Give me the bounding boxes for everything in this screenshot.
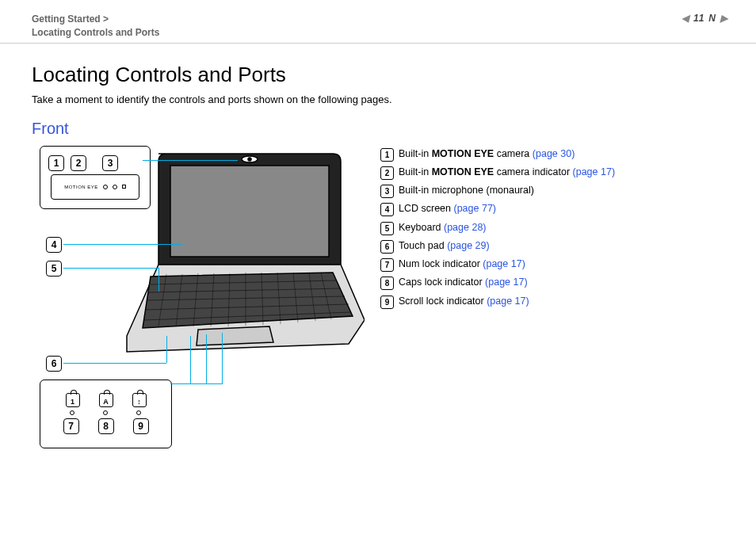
svg-rect-0 [170,166,329,257]
legend-text: Built-in MOTION EYE camera (page 30) [399,146,575,162]
lock-icons-row: 1 A ↕ [66,393,147,407]
leader-5a [63,268,158,269]
legend-item: 6Touch pad (page 29) [380,238,615,254]
legend-bold-term: MOTION EYE [432,148,494,159]
caps-lock-icon: A [99,393,113,407]
callout-label-7: 7 [63,418,79,434]
page-title: Locating Controls and Ports [32,63,724,87]
breadcrumb: Getting Started > Locating Controls and … [32,13,159,40]
callout-label-9: 9 [133,418,149,434]
legend-item: 4LCD screen (page 77) [380,200,615,217]
legend-number: 6 [380,240,394,254]
callout-label-3: 3 [102,155,118,171]
callout-label-6: 6 [46,356,62,372]
page-reference-link[interactable]: (page 28) [444,222,487,233]
legend-number: 4 [380,203,394,216]
legend-text: Caps lock indicator (page 17) [399,274,528,291]
svg-point-2 [248,158,251,161]
legend-number: 3 [380,185,394,198]
page-reference-link[interactable]: (page 17) [487,296,529,307]
legend-number: 5 [380,222,394,235]
breadcrumb-line-2: Locating Controls and Ports [32,26,159,40]
next-page-letter[interactable]: N [708,13,716,24]
page-number-area: ◀ 11 N ▶ [682,13,727,24]
camera-led-icon [113,185,117,189]
leader-6a [63,363,166,364]
breadcrumb-line-1: Getting Started > [32,13,159,26]
legend-bold-term: MOTION EYE [432,166,494,177]
legend-number: 8 [380,277,394,290]
leader-4 [63,244,182,245]
page-reference-link[interactable]: (page 29) [447,240,490,251]
legend-number: 7 [380,258,394,272]
leader-bottom-a [190,336,191,383]
section-heading: Front [32,120,724,138]
legend-text: LCD screen (page 77) [399,200,496,217]
laptop-diagram: 1 2 3 MOTION EYE 4 5 6 [32,146,349,463]
legend-text: Scroll lock indicator (page 17) [399,293,529,310]
led-9 [136,410,141,415]
callout-label-4: 4 [46,237,62,253]
page-number: 11 [693,13,704,24]
page-reference-link[interactable]: (page 77) [453,203,496,214]
page-reference-link[interactable]: (page 17) [483,258,525,269]
camera-detail-inset: MOTION EYE [51,174,139,200]
microphone-hole-icon [122,185,126,189]
led-7 [70,410,74,415]
legend-list: 1Built-in MOTION EYE camera (page 30)2Bu… [380,146,615,311]
intro-text: Take a moment to identify the controls a… [32,93,724,105]
legend-item: 9Scroll lock indicator (page 17) [380,293,615,310]
callout-box-bottom: 1 A ↕ 7 8 9 [40,380,172,448]
page-reference-link[interactable]: (page 30) [533,148,575,159]
scroll-lock-icon: ↕ [132,393,147,407]
legend-text: Num lock indicator (page 17) [399,256,525,273]
page-reference-link[interactable]: (page 17) [485,277,528,288]
leader-5b [158,268,159,292]
figure-and-legend: 1 2 3 MOTION EYE 4 5 6 [32,146,724,463]
callout-box-top: 1 2 3 MOTION EYE [40,146,151,209]
legend-text: Built-in microphone (monaural) [399,182,534,199]
callout-label-2: 2 [71,155,86,171]
led-8 [103,410,108,415]
callout-label-5: 5 [46,261,62,277]
motion-eye-label: MOTION EYE [64,185,98,189]
callout-label-1: 1 [48,155,64,171]
legend-text: Built-in MOTION EYE camera indicator (pa… [399,164,615,181]
legend-number: 9 [380,296,394,309]
leader-bottom-c [222,333,223,383]
page-content: Locating Controls and Ports Take a momen… [0,44,756,463]
legend-number: 2 [380,166,394,180]
legend-text: Keyboard (page 28) [399,219,487,236]
num-lock-icon: 1 [66,393,80,407]
legend-item: 5Keyboard (page 28) [380,219,615,236]
page-reference-link[interactable]: (page 17) [573,166,616,177]
legend-item: 1Built-in MOTION EYE camera (page 30) [380,146,615,162]
leader-top [143,160,238,161]
legend-item: 2Built-in MOTION EYE camera indicator (p… [380,164,615,181]
next-page-arrow[interactable]: ▶ [720,13,727,24]
camera-lens-icon [103,185,108,189]
leader-6b [166,336,167,363]
legend-item: 8Caps lock indicator (page 17) [380,274,615,291]
callout-label-8: 8 [98,418,114,434]
legend-number: 1 [380,148,394,162]
legend-item: 3Built-in microphone (monaural) [380,182,615,199]
page-header: Getting Started > Locating Controls and … [0,0,756,44]
legend-text: Touch pad (page 29) [399,238,490,254]
leader-bottom-b [206,334,207,383]
leader-bottom-h [170,383,223,384]
prev-page-arrow[interactable]: ◀ [682,13,689,24]
legend-item: 7Num lock indicator (page 17) [380,256,615,273]
